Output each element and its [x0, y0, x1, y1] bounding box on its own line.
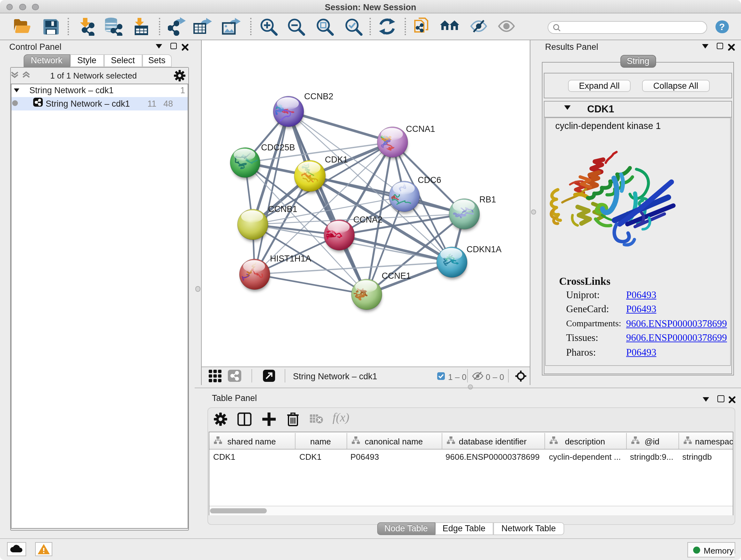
svg-text:CDK1: CDK1: [325, 154, 347, 164]
svg-text:CDC25B: CDC25B: [261, 142, 295, 152]
svg-text:HIST1H1A: HIST1H1A: [270, 253, 311, 263]
svg-text:CCNE1: CCNE1: [381, 271, 411, 280]
svg-text:CCNB1: CCNB1: [268, 204, 297, 213]
svg-text:CCNA2: CCNA2: [353, 214, 382, 224]
svg-text:CDC6: CDC6: [417, 175, 441, 185]
svg-text:RB1: RB1: [479, 194, 496, 204]
svg-text:CCNA1: CCNA1: [406, 124, 435, 133]
svg-text:CDKN1A: CDKN1A: [466, 244, 501, 254]
svg-text:CCNB2: CCNB2: [304, 91, 333, 101]
